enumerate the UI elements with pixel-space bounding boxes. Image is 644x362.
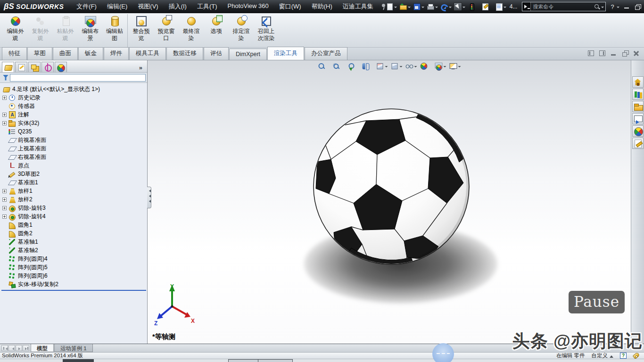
model-tab[interactable]: 模型 <box>31 344 54 352</box>
menu-item[interactable]: 插入(I) <box>165 0 191 13</box>
expand-plus-icon[interactable] <box>2 96 7 100</box>
copy-appearance-button[interactable]: 复制外 观 <box>28 14 53 47</box>
tree-item[interactable]: 原点 <box>1 161 147 170</box>
tree-item[interactable]: 阵列(圆周)5 <box>1 263 147 272</box>
file-properties-icon[interactable] <box>481 2 489 11</box>
schedule-render-button[interactable]: 排定渲 染 <box>229 14 254 47</box>
hud-button[interactable] <box>419 61 433 71</box>
preview-window-button[interactable]: 预览窗 口 <box>154 14 179 47</box>
panel-collapse-handle[interactable] <box>147 187 151 208</box>
solidworks-resources-icon[interactable] <box>632 76 644 88</box>
tree-item[interactable]: 基准面1 <box>1 178 147 187</box>
hud-button[interactable] <box>433 61 447 71</box>
panel-expand-chevron[interactable]: » <box>136 63 145 72</box>
help-caret-icon[interactable] <box>617 7 619 9</box>
doc-close-icon[interactable] <box>632 50 640 57</box>
tree-item[interactable]: 实体-移动/复制2 <box>1 280 147 288</box>
split-pane-right-icon[interactable] <box>598 50 606 57</box>
tree-item[interactable]: 注解 <box>1 110 147 119</box>
undo-icon[interactable] <box>440 2 448 11</box>
menu-item[interactable]: 帮助(H) <box>307 0 337 13</box>
rebuild-traffic-light-icon[interactable] <box>467 2 476 11</box>
paste-appearance-button[interactable]: 粘贴外 观 <box>53 14 78 47</box>
command-tab[interactable]: 办公室产品 <box>305 47 347 60</box>
hud-button[interactable] <box>448 61 462 71</box>
rollback-bar[interactable] <box>1 290 146 291</box>
first-tab-icon[interactable] <box>1 345 8 351</box>
model-tab[interactable]: 运动算例 1 <box>54 344 93 352</box>
search-scope-icon[interactable] <box>522 2 531 11</box>
tree-item[interactable]: 3D草图2 <box>1 170 147 178</box>
menu-item[interactable]: 视图(V) <box>133 0 162 13</box>
menu-item[interactable]: 编辑(E) <box>103 0 132 13</box>
search-caret-icon[interactable] <box>601 7 604 9</box>
tree-item[interactable]: 传感器 <box>1 102 147 110</box>
tag-icon[interactable] <box>633 352 640 359</box>
dropdown-caret-icon[interactable] <box>504 7 506 9</box>
tree-item[interactable]: 基准轴1 <box>1 238 147 246</box>
tree-item[interactable]: 切除-旋转4 <box>1 212 147 221</box>
hud-button[interactable] <box>360 61 374 71</box>
display-manager-tab[interactable] <box>55 62 67 72</box>
command-tab[interactable]: 草图 <box>27 47 52 60</box>
dropdown-caret-icon[interactable] <box>435 7 438 9</box>
tree-item[interactable]: 阵列(圆周)4 <box>1 255 147 263</box>
menu-item[interactable]: 迈迪工具集 <box>339 0 378 13</box>
expand-plus-icon[interactable] <box>2 189 7 193</box>
hud-button[interactable] <box>331 61 345 71</box>
search-magnifier-icon[interactable] <box>594 3 601 10</box>
tree-item[interactable]: 阵列(圆周)6 <box>1 272 147 280</box>
help-menu[interactable]: ? <box>609 3 616 10</box>
next-tab-icon[interactable] <box>16 345 22 351</box>
design-library-icon[interactable] <box>632 89 644 100</box>
graphics-viewport[interactable]: Y Z X *等轴测 Pause <box>148 60 631 344</box>
tree-item[interactable]: 历史记录 <box>1 93 147 102</box>
custom-properties-icon[interactable] <box>632 138 644 149</box>
edit-appearance-button[interactable]: 编辑外 观 <box>3 14 28 47</box>
integrated-preview-button[interactable]: 整合预 览 <box>129 14 154 47</box>
split-pane-left-icon[interactable] <box>587 50 595 57</box>
appearances-scenes-icon[interactable] <box>632 125 644 137</box>
expand-plus-icon[interactable] <box>2 214 7 219</box>
restore-button[interactable] <box>632 2 644 11</box>
hud-button[interactable] <box>404 61 418 71</box>
edit-scene-button[interactable]: 编辑布 景 <box>78 14 103 47</box>
hud-button[interactable] <box>316 61 330 71</box>
last-tab-icon[interactable] <box>23 345 29 351</box>
hud-button[interactable] <box>375 61 389 71</box>
options-list-icon[interactable] <box>495 2 503 11</box>
edit-decal-button[interactable]: 编辑贴 图 <box>103 14 128 47</box>
dimxpert-manager-tab[interactable] <box>41 62 54 72</box>
hud-button[interactable] <box>346 61 360 71</box>
prev-tab-icon[interactable] <box>8 345 15 351</box>
file-explorer-icon[interactable] <box>632 101 644 112</box>
command-tab[interactable]: 特征 <box>2 47 27 60</box>
menu-item[interactable]: 窗口(W) <box>275 0 305 13</box>
search-input[interactable] <box>531 4 594 9</box>
command-tab[interactable]: 评估 <box>204 47 229 60</box>
expand-plus-icon[interactable] <box>2 206 7 210</box>
tree-item[interactable]: 放样2 <box>1 195 147 204</box>
tree-root-item[interactable]: 4.足球 (默认<<默认>_显示状态 1>) <box>1 85 147 93</box>
tree-item[interactable]: 切除-旋转3 <box>1 204 147 212</box>
status-help-icon[interactable]: ? <box>620 353 627 359</box>
property-manager-tab[interactable] <box>15 62 27 72</box>
dropdown-caret-icon[interactable] <box>421 7 424 9</box>
print-icon[interactable] <box>426 2 435 11</box>
tree-item[interactable]: 前视基准面 <box>1 136 147 144</box>
tree-filter-input[interactable] <box>10 74 146 82</box>
hud-button[interactable] <box>389 61 404 71</box>
menu-item[interactable]: 工具(T) <box>193 0 222 13</box>
open-document-icon[interactable] <box>399 2 407 11</box>
menu-item[interactable]: 文件(F) <box>72 0 101 13</box>
final-render-button[interactable]: 最终渲 染 <box>179 14 204 47</box>
expand-plus-icon[interactable] <box>2 197 7 202</box>
tree-item[interactable]: 放样1 <box>1 187 147 195</box>
soccer-ball-model[interactable] <box>311 107 471 267</box>
command-tab[interactable]: 焊件 <box>104 47 129 60</box>
tree-item[interactable]: 基准轴2 <box>1 246 147 255</box>
expand-plus-icon[interactable] <box>2 121 7 125</box>
filter-funnel-icon[interactable] <box>3 75 8 81</box>
menu-item[interactable]: PhotoView 360 <box>223 0 273 13</box>
render-options-button[interactable]: 选项 <box>204 14 229 47</box>
